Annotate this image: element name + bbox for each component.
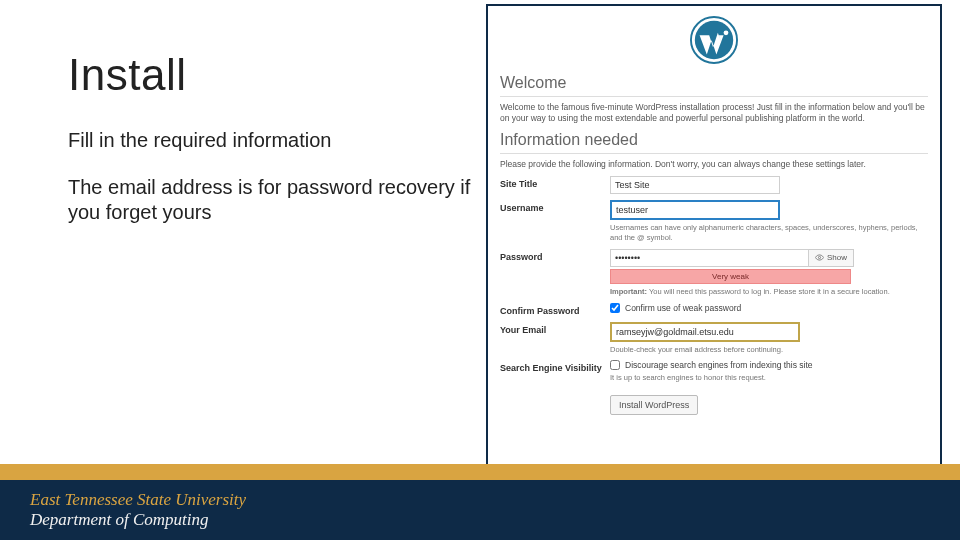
email-label: Your Email <box>500 322 610 335</box>
password-hint: Important: You will need this password t… <box>610 287 928 297</box>
search-visibility-hint: It is up to search engines to honor this… <box>610 373 928 383</box>
wordpress-logo-icon <box>500 16 928 64</box>
discourage-search-checkbox[interactable] <box>610 360 620 370</box>
email-hint: Double-check your email address before c… <box>610 345 928 355</box>
password-input[interactable] <box>610 249 809 267</box>
gold-accent-bar <box>0 464 960 480</box>
footer-line-2: Department of Computing <box>30 510 246 530</box>
confirm-weak-password-text: Confirm use of weak password <box>625 303 741 313</box>
site-title-label: Site Title <box>500 176 610 189</box>
navy-footer-bar: East Tennessee State University Departme… <box>0 480 960 540</box>
divider <box>500 96 928 97</box>
welcome-heading: Welcome <box>500 74 928 92</box>
svg-point-3 <box>818 257 820 259</box>
divider <box>500 153 928 154</box>
password-label: Password <box>500 249 610 262</box>
confirm-password-label: Confirm Password <box>500 303 610 316</box>
email-input[interactable] <box>610 322 800 342</box>
search-visibility-label: Search Engine Visibility <box>500 360 610 374</box>
discourage-search-text: Discourage search engines from indexing … <box>625 360 813 370</box>
slide-para-2: The email address is for password recove… <box>68 175 478 225</box>
footer: East Tennessee State University Departme… <box>0 466 960 540</box>
password-strength-badge: Very weak <box>610 269 851 284</box>
confirm-weak-password-checkbox[interactable] <box>610 303 620 313</box>
install-wordpress-button[interactable]: Install WordPress <box>610 395 698 415</box>
username-hint: Usernames can have only alphanumeric cha… <box>610 223 928 243</box>
username-input[interactable] <box>610 200 780 220</box>
show-password-label: Show <box>827 253 847 262</box>
show-password-button[interactable]: Show <box>809 249 854 267</box>
slide-para-1: Fill in the required information <box>68 128 478 153</box>
footer-line-1: East Tennessee State University <box>30 490 246 510</box>
wordpress-install-screenshot: Welcome Welcome to the famous five-minut… <box>486 4 942 536</box>
info-needed-heading: Information needed <box>500 131 928 149</box>
slide-title: Install <box>68 50 478 100</box>
site-title-input[interactable] <box>610 176 780 194</box>
svg-point-1 <box>695 21 733 59</box>
welcome-text: Welcome to the famous five-minute WordPr… <box>500 102 928 125</box>
username-label: Username <box>500 200 610 213</box>
svg-point-2 <box>724 30 729 35</box>
eye-icon <box>815 253 824 262</box>
info-needed-text: Please provide the following information… <box>500 159 928 170</box>
